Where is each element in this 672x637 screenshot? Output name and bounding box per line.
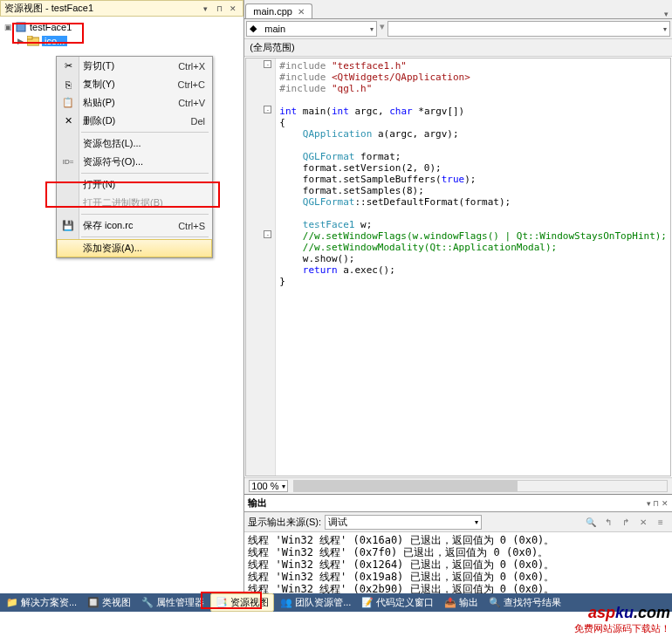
output-panel: 输出 ▾ ⊓ ✕ 显示输出来源(S): 调试 ▾ 🔍 ↰ ↱ ✕ ≡ 线程 'W… — [244, 494, 672, 593]
ctx-open[interactable]: 打开(N) — [57, 175, 212, 194]
bottom-tab[interactable]: 👥团队资源管... — [276, 594, 355, 611]
horizontal-scrollbar[interactable] — [293, 480, 668, 492]
paste-icon: 📋 — [61, 96, 75, 110]
ctx-add-resource[interactable]: 添加资源(A)... — [57, 239, 212, 257]
tab-label: 类视图 — [102, 596, 131, 609]
tree-root[interactable]: ▣ testFace1 — [2, 20, 242, 34]
ctx-save[interactable]: 💾保存 icon.rcCtrl+S — [57, 216, 212, 235]
output-title: 输出 ▾ ⊓ ✕ — [244, 495, 672, 512]
zoom-combo[interactable]: 100 % ▾ — [249, 480, 288, 492]
id-icon: ID= — [61, 155, 75, 169]
tab-label: 输出 — [459, 596, 478, 609]
resource-tree: ▣ testFace1 ▶ ico... ✂剪切(T)Ctrl+X ⎘复制(Y)… — [0, 17, 243, 593]
tab-label: 资源视图 — [230, 596, 269, 609]
method-icon: ◆ — [250, 23, 262, 35]
output-text[interactable]: 线程 'Win32 线程' (0x16a0) 已退出，返回值为 0 (0x0)。… — [244, 532, 672, 593]
project-icon — [15, 21, 27, 33]
code-content[interactable]: #include "testface1.h" #include <QtWidge… — [276, 58, 670, 476]
tab-icon: 🔧 — [141, 597, 154, 609]
bottom-tab[interactable]: 📁解决方案资... — [2, 594, 81, 611]
output-source-label: 显示输出来源(S): — [248, 516, 321, 529]
tab-icon: 🔲 — [87, 597, 99, 609]
bottom-tab[interactable]: 📝代码定义窗口 — [357, 594, 438, 611]
output-btn-next[interactable]: ↱ — [618, 514, 634, 530]
nav-value: main — [264, 24, 285, 34]
code-editor[interactable]: - - - #include "testface1.h" #include <Q… — [245, 58, 671, 476]
fold-icon[interactable]: - — [264, 106, 271, 113]
tab-close-icon[interactable]: ✕ — [298, 7, 305, 17]
output-source-value: 调试 — [328, 516, 347, 529]
bottom-tab[interactable]: 🔲类视图 — [83, 594, 135, 611]
expand-icon[interactable]: ▣ — [3, 23, 12, 31]
tab-label: 查找符号结果 — [504, 596, 561, 609]
ctx-delete[interactable]: ✕删除(D)Del — [57, 112, 212, 130]
tab-icon: 📝 — [361, 597, 374, 609]
root-label: testFace1 — [30, 22, 72, 32]
bottom-tab[interactable]: 📑资源视图 — [210, 593, 274, 612]
output-toolbar: 显示输出来源(S): 调试 ▾ 🔍 ↰ ↱ ✕ ≡ — [244, 512, 672, 532]
chevron-down-icon: ▾ — [282, 483, 285, 490]
fold-icon[interactable]: - — [264, 230, 271, 238]
output-btn-wrap[interactable]: ≡ — [653, 514, 669, 530]
panel-title: 资源视图 - testFace1 — [4, 2, 199, 15]
close-icon[interactable]: ✕ — [227, 3, 239, 15]
fold-icon[interactable]: - — [264, 60, 271, 68]
tree-folder[interactable]: ▶ ico... — [2, 34, 242, 48]
output-source-combo[interactable]: 调试 ▾ — [325, 515, 482, 530]
output-btn-find[interactable]: 🔍 — [583, 514, 599, 530]
ctx-open-binary: 打开二进制数据(B) — [57, 194, 212, 212]
tab-label: 属性管理器 — [156, 596, 204, 609]
watermark: aspku.com 免费网站源码下载站！ — [574, 604, 670, 635]
bottom-tab-strip: 📁解决方案资...🔲类视图🔧属性管理器📑资源视图👥团队资源管...📝代码定义窗口… — [0, 593, 672, 612]
scope-label: (全局范围) — [244, 39, 672, 57]
delete-icon: ✕ — [61, 114, 75, 128]
file-tab-strip: main.cpp ✕ ▾ — [244, 0, 672, 19]
dropdown-icon[interactable]: ▾ — [199, 3, 211, 15]
context-menu: ✂剪切(T)Ctrl+X ⎘复制(Y)Ctrl+C 📋粘贴(P)Ctrl+V ✕… — [56, 56, 213, 258]
tab-icon: 🔍 — [489, 597, 501, 609]
copy-icon: ⎘ — [61, 78, 75, 92]
code-gutter: - - - — [246, 58, 276, 476]
bottom-tab[interactable]: 🔧属性管理器 — [137, 594, 209, 611]
tab-icon: 📤 — [444, 597, 456, 609]
ctx-cut[interactable]: ✂剪切(T)Ctrl+X — [57, 57, 212, 75]
tab-label: 解决方案资... — [21, 596, 77, 609]
svg-rect-0 — [17, 23, 25, 31]
navigation-bar: ◆ main ▾ ▾ ▾ — [244, 19, 672, 39]
svg-rect-2 — [27, 36, 32, 39]
cut-icon: ✂ — [61, 59, 75, 73]
file-tab-label: main.cpp — [253, 6, 292, 17]
chevron-right-icon[interactable]: ▶ — [16, 37, 24, 45]
panel-header: 资源视图 - testFace1 ▾ ⊓ ✕ — [0, 0, 243, 17]
chevron-down-icon: ▾ — [663, 25, 667, 33]
tab-overflow-icon[interactable]: ▾ — [664, 10, 669, 18]
bottom-tab[interactable]: 🔍查找符号结果 — [484, 594, 566, 611]
folder-label: ico... — [42, 36, 67, 46]
ctx-resource-symbol[interactable]: ID=资源符号(O)... — [57, 153, 212, 171]
ctx-paste[interactable]: 📋粘贴(P)Ctrl+V — [57, 93, 212, 112]
ctx-copy[interactable]: ⎘复制(Y)Ctrl+C — [57, 75, 212, 93]
output-btn-prev[interactable]: ↰ — [600, 514, 616, 530]
tab-icon: 📁 — [6, 597, 18, 609]
pin-icon[interactable]: ⊓ — [213, 3, 225, 15]
ctx-resource-include[interactable]: 资源包括(L)... — [57, 134, 212, 153]
editor-panel: main.cpp ✕ ▾ ◆ main ▾ ▾ ▾ (全局范围) - - - #… — [244, 0, 672, 593]
file-tab-main[interactable]: main.cpp ✕ — [245, 3, 312, 18]
save-icon: 💾 — [61, 219, 75, 233]
folder-icon — [27, 35, 39, 47]
member-combo[interactable]: ▾ — [387, 21, 670, 37]
scope-combo[interactable]: ◆ main ▾ — [246, 21, 377, 37]
output-btn-clear[interactable]: ✕ — [635, 514, 651, 530]
zoom-value: 100 % — [251, 481, 278, 491]
bottom-tab[interactable]: 📤输出 — [440, 594, 483, 611]
tab-label: 团队资源管... — [295, 596, 351, 609]
zoom-status-bar: 100 % ▾ — [244, 477, 672, 494]
tab-label: 代码定义窗口 — [376, 596, 434, 609]
chevron-down-icon: ▾ — [370, 25, 374, 33]
tab-icon: 📑 — [216, 597, 228, 609]
tab-icon: 👥 — [280, 597, 292, 609]
chevron-down-icon: ▾ — [475, 518, 478, 526]
resource-view-panel: 资源视图 - testFace1 ▾ ⊓ ✕ ▣ testFace1 ▶ ico… — [0, 0, 244, 593]
